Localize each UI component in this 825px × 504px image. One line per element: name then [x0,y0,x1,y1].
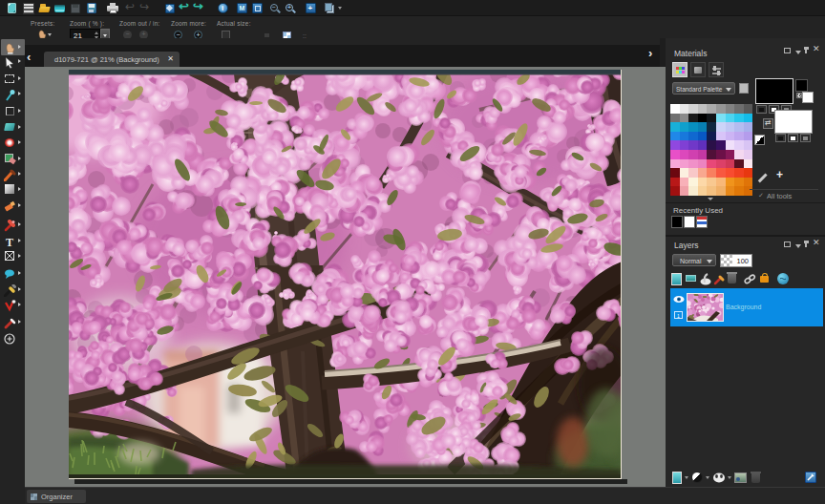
svg-text:T: T [6,236,13,248]
